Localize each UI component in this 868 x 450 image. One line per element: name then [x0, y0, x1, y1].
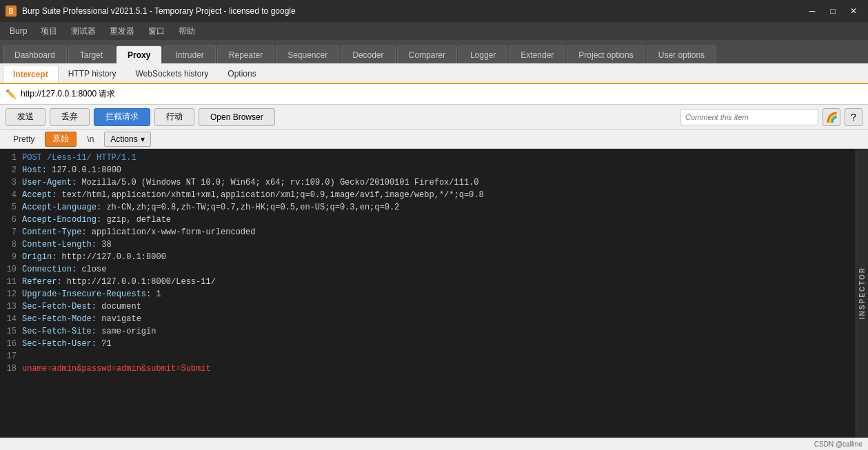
- burp-icon-button[interactable]: 🌈: [822, 108, 840, 126]
- line-number: 10: [3, 263, 22, 276]
- actions-dropdown[interactable]: Actions ▾: [104, 132, 150, 147]
- line-number: 12: [3, 288, 22, 300]
- table-row: 7Content-Type: application/x-www-form-ur…: [3, 226, 853, 238]
- line-number: 17: [3, 350, 22, 362]
- table-row: 1POST /Less-11/ HTTP/1.1: [3, 152, 853, 164]
- line-content: Content-Type: application/x-www-form-url…: [22, 226, 853, 238]
- subtab-websockets-history[interactable]: WebSockets history: [125, 65, 218, 83]
- menu-project[interactable]: 项目: [34, 23, 64, 39]
- tab-project-options[interactable]: Project options: [567, 45, 645, 63]
- tab-logger[interactable]: Logger: [458, 45, 507, 63]
- line-number: 9: [3, 251, 22, 263]
- line-content: Accept-Encoding: gzip, deflate: [22, 214, 853, 226]
- line-content: Sec-Fetch-Site: same-origin: [22, 325, 853, 338]
- app-icon: B: [6, 6, 17, 17]
- discard-button[interactable]: 丢弃: [50, 108, 90, 126]
- toolbar: 发送 丢弃 拦截请求 行动 Open Browser 🌈 ?: [0, 105, 868, 130]
- line-number: 5: [3, 201, 22, 214]
- tab-repeater[interactable]: Repeater: [217, 45, 274, 63]
- line-number: 16: [3, 338, 22, 350]
- action-button[interactable]: 行动: [154, 108, 194, 126]
- raw-button[interactable]: 原始: [45, 132, 77, 147]
- help-icon-button[interactable]: ?: [845, 108, 862, 126]
- table-row: 6Accept-Encoding: gzip, deflate: [3, 214, 853, 226]
- line-content: POST /Less-11/ HTTP/1.1: [22, 152, 853, 164]
- table-row: 14Sec-Fetch-Mode: navigate: [3, 313, 853, 325]
- subtab-http-history[interactable]: HTTP history: [59, 65, 126, 83]
- line-number: 13: [3, 300, 22, 313]
- table-row: 2Host: 127.0.0.1:8000: [3, 164, 853, 176]
- line-content: Content-Length: 38: [22, 238, 853, 251]
- line-number: 1: [3, 152, 22, 164]
- table-row: 4Accept: text/html,application/xhtml+xml…: [3, 189, 853, 201]
- intercept-button[interactable]: 拦截请求: [94, 108, 150, 126]
- table-row: 18uname=admin&passwd=admin&submit=Submit: [3, 362, 853, 375]
- table-row: 8Content-Length: 38: [3, 238, 853, 251]
- tab-user-options[interactable]: User options: [647, 45, 716, 63]
- open-browser-button[interactable]: Open Browser: [199, 108, 275, 126]
- menu-burp[interactable]: Burp: [3, 23, 34, 39]
- actions-chevron-icon: ▾: [141, 134, 145, 144]
- tab-comparer[interactable]: Comparer: [397, 45, 457, 63]
- table-row: 5Accept-Language: zh-CN,zh;q=0.8,zh-TW;q…: [3, 201, 853, 214]
- request-editor[interactable]: 1POST /Less-11/ HTTP/1.12Host: 127.0.0.1…: [0, 149, 856, 438]
- line-number: 14: [3, 313, 22, 325]
- subtab-options[interactable]: Options: [218, 65, 265, 83]
- line-content: Connection: close: [22, 263, 853, 276]
- window-controls: ─ □ ✕: [803, 4, 862, 18]
- maximize-button[interactable]: □: [824, 4, 842, 18]
- inspector-label: INSPECTOR: [858, 267, 866, 319]
- table-row: 17: [3, 350, 853, 362]
- tab-dashboard[interactable]: Dashboard: [3, 45, 67, 63]
- line-content: Upgrade-Insecure-Requests: 1: [22, 288, 853, 300]
- line-number: 6: [3, 214, 22, 226]
- main-wrapper: 1POST /Less-11/ HTTP/1.12Host: 127.0.0.1…: [0, 149, 868, 438]
- line-number: 11: [3, 276, 22, 288]
- line-number: 3: [3, 176, 22, 189]
- url-bar: ✏️ http://127.0.0.1:8000 请求: [0, 84, 868, 105]
- table-row: 11Referer: http://127.0.0.1:8000/Less-11…: [3, 276, 853, 288]
- line-content: Sec-Fetch-User: ?1: [22, 338, 853, 350]
- menu-bar: Burp 项目 测试器 重发器 窗口 帮助: [0, 22, 868, 40]
- line-content: uname=admin&passwd=admin&submit=Submit: [22, 362, 853, 375]
- status-text: CSDN @callme: [814, 440, 862, 448]
- line-number: 2: [3, 164, 22, 176]
- tab-sequencer[interactable]: Sequencer: [276, 45, 339, 63]
- line-content: User-Agent: Mozilla/5.0 (Windows NT 10.0…: [22, 176, 853, 189]
- status-bar: CSDN @callme: [0, 438, 868, 450]
- minimize-button[interactable]: ─: [803, 4, 821, 18]
- nav-tabs: Dashboard Target Proxy Intruder Repeater…: [0, 40, 868, 63]
- line-number: 7: [3, 226, 22, 238]
- line-content: Accept: text/html,application/xhtml+xml,…: [22, 189, 853, 201]
- comment-input[interactable]: [680, 109, 818, 125]
- title-bar: B Burp Suite Professional v2021.5.1 - Te…: [0, 0, 868, 22]
- line-number: 15: [3, 325, 22, 338]
- line-number: 4: [3, 189, 22, 201]
- tab-extender[interactable]: Extender: [509, 45, 565, 63]
- send-button[interactable]: 发送: [6, 108, 46, 126]
- hex-button[interactable]: \n: [79, 132, 101, 147]
- tab-decoder[interactable]: Decoder: [341, 45, 395, 63]
- tab-target[interactable]: Target: [68, 45, 114, 63]
- inspector-sidebar[interactable]: INSPECTOR: [856, 149, 868, 438]
- sub-tabs: Intercept HTTP history WebSockets histor…: [0, 63, 868, 84]
- url-text: http://127.0.0.1:8000 请求: [21, 88, 115, 100]
- table-row: 10Connection: close: [3, 263, 853, 276]
- line-number: 18: [3, 362, 22, 375]
- table-row: 13Sec-Fetch-Dest: document: [3, 300, 853, 313]
- line-content: Sec-Fetch-Mode: navigate: [22, 313, 853, 325]
- menu-tester[interactable]: 测试器: [64, 23, 103, 39]
- menu-window[interactable]: 窗口: [141, 23, 172, 39]
- tab-intruder[interactable]: Intruder: [163, 45, 215, 63]
- tab-proxy[interactable]: Proxy: [116, 45, 162, 63]
- close-button[interactable]: ✕: [845, 4, 862, 18]
- table-row: 9Origin: http://127.0.0.1:8000: [3, 251, 853, 263]
- line-content: Accept-Language: zh-CN,zh;q=0.8,zh-TW;q=…: [22, 201, 853, 214]
- line-number: 8: [3, 238, 22, 251]
- subtab-intercept[interactable]: Intercept: [3, 65, 59, 83]
- pretty-button[interactable]: Pretty: [6, 132, 42, 147]
- actions-label: Actions: [110, 134, 137, 144]
- menu-help[interactable]: 帮助: [172, 23, 202, 39]
- menu-repeater[interactable]: 重发器: [103, 23, 141, 39]
- line-content: Host: 127.0.0.1:8000: [22, 164, 853, 176]
